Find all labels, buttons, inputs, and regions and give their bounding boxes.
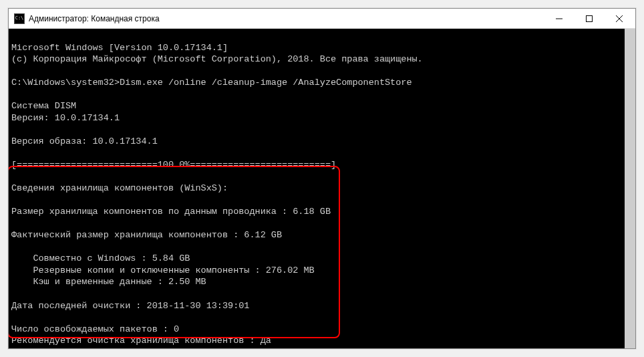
- minimize-button[interactable]: [544, 9, 574, 28]
- command-prompt-window: C:\ Администратор: Командная строка Micr…: [8, 8, 636, 349]
- console-line: (c) Корпорация Майкрософт (Microsoft Cor…: [11, 54, 423, 64]
- console-line: Кэш и временные данные : 2.50 MB: [11, 277, 206, 287]
- console-line: Версия: 10.0.17134.1: [11, 113, 120, 123]
- console-line: [==========================100.0%=======…: [11, 160, 336, 170]
- svg-rect-1: [586, 15, 592, 21]
- console-line: Число освобождаемых пакетов : 0: [11, 324, 179, 334]
- console-line: Cистема DISM: [11, 101, 76, 111]
- console-line: Фактический размер хранилища компонентов…: [11, 230, 282, 240]
- console-line: Рекомендуется очистка хранилища компонен…: [11, 336, 271, 346]
- scrollbar[interactable]: [625, 29, 635, 348]
- window-controls: [544, 9, 634, 28]
- close-button[interactable]: [604, 9, 634, 28]
- console-output: Microsoft Windows [Version 10.0.17134.1]…: [11, 30, 633, 348]
- console-line: Совместно с Windows : 5.84 GB: [11, 253, 190, 263]
- titlebar: C:\ Администратор: Командная строка: [9, 9, 635, 29]
- console-line: C:\Windows\system32>Dism.exe /online /cl…: [11, 78, 412, 88]
- console-line: Размер хранилища компонентов по данным п…: [11, 207, 331, 217]
- console-line: Сведения хранилища компонентов (WinSxS):: [11, 183, 228, 193]
- console-area[interactable]: Microsoft Windows [Version 10.0.17134.1]…: [9, 29, 635, 348]
- console-line: Резервные копии и отключенные компоненты…: [11, 265, 315, 275]
- maximize-button[interactable]: [574, 9, 604, 28]
- cmd-icon: C:\: [14, 13, 25, 24]
- console-line: Microsoft Windows [Version 10.0.17134.1]: [11, 43, 228, 53]
- console-line: Версия образа: 10.0.17134.1: [11, 136, 158, 146]
- window-title: Администратор: Командная строка: [29, 14, 544, 23]
- scrollbar-thumb[interactable]: [625, 29, 635, 348]
- console-line: Дата последней очистки : 2018-11-30 13:3…: [11, 301, 249, 311]
